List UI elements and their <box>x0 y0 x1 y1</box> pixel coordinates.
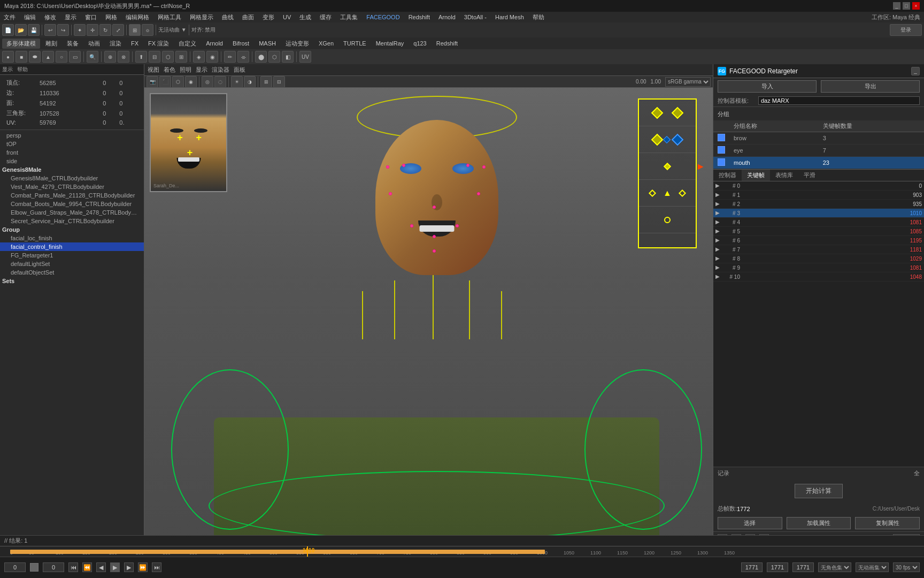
menu-file[interactable]: 文件 <box>2 13 17 21</box>
fcp-brow-right[interactable] <box>672 107 684 119</box>
vp-tab-lighting[interactable]: 照明 <box>180 66 191 74</box>
tl-prev-key[interactable]: ⏪ <box>82 562 92 572</box>
fcp-mid-left[interactable] <box>664 162 671 170</box>
tree-elbow[interactable]: Elbow_Guard_Straps_Male_2478_CTRLBodybui… <box>0 208 144 217</box>
group-row-brow[interactable]: brow 3 <box>713 132 924 144</box>
tl-frame-current[interactable] <box>4 562 26 572</box>
poly-cube[interactable]: ■ <box>16 51 27 63</box>
bridge[interactable]: ⊟ <box>149 51 160 63</box>
vp-wireframe[interactable]: ⬡ <box>172 76 184 88</box>
fcp-mouth-up[interactable]: ▲ <box>663 188 672 198</box>
login-button[interactable]: 登录 <box>890 24 922 36</box>
help-tab[interactable]: 帮助 <box>17 66 28 73</box>
window-controls[interactable]: _ □ × <box>893 2 920 10</box>
menu-3dtall[interactable]: 3DtoAll - <box>463 14 488 20</box>
tab-mentalray[interactable]: MentalRay <box>372 39 409 48</box>
kf-play-10[interactable]: ▶ <box>715 273 722 280</box>
fill-holes[interactable]: ◉ <box>206 51 218 63</box>
vp-smooth[interactable]: ◉ <box>185 76 197 88</box>
kf-play-1[interactable]: ▶ <box>715 192 722 198</box>
tl-frame-range[interactable] <box>43 562 64 572</box>
eye-checkbox[interactable] <box>713 144 729 157</box>
soft-select[interactable]: ⌾ <box>142 24 153 36</box>
vp-tab-display[interactable]: 显示 <box>196 66 207 74</box>
paint-select[interactable]: ✏ <box>224 51 236 63</box>
tab-bifrost[interactable]: Bifrost <box>228 39 253 48</box>
tree-group[interactable]: Group <box>0 225 144 234</box>
tree-facial-ctrl[interactable]: facial_control_finish <box>0 242 144 251</box>
tree-top[interactable]: tOP <box>0 140 144 148</box>
tl-goto-end[interactable]: ⏭ <box>152 562 161 572</box>
ring-select[interactable]: ⊗ <box>118 51 129 63</box>
kf-row-9[interactable]: ▶ # 9 1081 <box>713 263 924 272</box>
kf-row-10[interactable]: ▶ # 10 1048 <box>713 272 924 282</box>
poly-cylinder[interactable]: ⬬ <box>29 51 41 63</box>
select-button[interactable]: 选择 <box>718 517 782 529</box>
sculpt-geom[interactable]: ⌯ <box>237 51 249 63</box>
save-button[interactable]: 💾 <box>28 24 40 36</box>
tab-render[interactable]: 渲染 <box>105 39 126 49</box>
menu-uv[interactable]: UV <box>281 14 292 20</box>
viewport-canvas[interactable]: + + + Sarah_De... <box>144 88 713 546</box>
tl-range-end2[interactable] <box>767 562 788 572</box>
fcp-center[interactable] <box>663 135 671 143</box>
tl-goto-start[interactable]: ⏮ <box>68 562 78 572</box>
tab-polygon[interactable]: 多形体建模 <box>2 39 40 49</box>
vp-tab-panels[interactable]: 面板 <box>234 66 245 74</box>
kf-row-7[interactable]: ▶ # 7 1181 <box>713 245 924 254</box>
vp-grid[interactable]: ⊞ <box>260 76 272 88</box>
poly-cone[interactable]: ▲ <box>42 51 54 63</box>
tab-custom[interactable]: 自定义 <box>174 39 201 49</box>
fcp-mouth-right[interactable] <box>679 189 686 196</box>
tab-xgen[interactable]: XGen <box>314 39 338 48</box>
face-control-panel[interactable]: ► ▲ <box>638 98 697 248</box>
kf-play-8[interactable]: ▶ <box>715 255 722 262</box>
menu-modify[interactable]: 修改 <box>43 13 58 21</box>
smooth[interactable]: ◈ <box>193 51 205 63</box>
vp-isolate[interactable]: ◎ <box>202 76 213 88</box>
close-button[interactable]: × <box>912 2 920 10</box>
tl-anim-set[interactable]: 无动画集 <box>856 562 889 572</box>
import-button[interactable]: 导入 <box>718 80 817 93</box>
menu-deform[interactable]: 变形 <box>261 13 276 21</box>
kf-play-2[interactable]: ▶ <box>715 201 722 207</box>
select-button[interactable]: ✦ <box>74 24 86 36</box>
loop-select[interactable]: ⊕ <box>104 51 116 63</box>
tree-persp[interactable]: persp <box>0 131 144 140</box>
vp-resolution[interactable]: ⬛ <box>159 76 171 88</box>
fcp-mouth-left[interactable] <box>648 189 656 196</box>
menu-mesh-tools[interactable]: 网格工具 <box>156 13 183 21</box>
tree-hair[interactable]: Secret_Service_Hair_CTRLBodybuilder <box>0 217 144 225</box>
tab-fx[interactable]: FX <box>127 39 143 48</box>
menu-window[interactable]: 窗口 <box>83 13 98 21</box>
poly-torus[interactable]: ○ <box>56 51 67 63</box>
brow-checkbox[interactable] <box>713 132 729 144</box>
menu-mesh[interactable]: 网格 <box>104 13 119 21</box>
tree-genesis8male[interactable]: Genesis8Male <box>0 165 144 174</box>
vp-xray[interactable]: ◌ <box>214 76 226 88</box>
bevel[interactable]: ⬡ <box>162 51 174 63</box>
snap-button[interactable]: ⊞ <box>129 24 141 36</box>
extrude[interactable]: ⬆ <box>135 51 147 63</box>
tl-fps[interactable]: 30 fps <box>893 562 920 572</box>
ctrl-tab-keyframe[interactable]: 关键帧 <box>742 170 770 181</box>
tab-arnold[interactable]: Arnold <box>202 39 227 48</box>
group-row-eye[interactable]: eye 7 <box>713 144 924 157</box>
right-panel-minimize[interactable]: _ <box>911 67 920 75</box>
new-button[interactable]: 📄 <box>2 24 14 36</box>
menu-surfaces[interactable]: 曲面 <box>241 13 256 21</box>
vp-tab-renderer[interactable]: 渲染器 <box>212 66 229 74</box>
vp-colorspace[interactable]: sRGB gamma <box>665 77 711 87</box>
tree-facial-loc[interactable]: facial_loc_finish <box>0 234 144 242</box>
rotate-button[interactable]: ↻ <box>99 24 111 36</box>
compute-button[interactable]: 开始计算 <box>795 484 843 498</box>
kf-play-6[interactable]: ▶ <box>715 237 722 244</box>
tab-turtle[interactable]: TURTLE <box>339 39 371 48</box>
ctrl-tab-controller[interactable]: 控制器 <box>713 170 742 181</box>
undo-button[interactable]: ↩ <box>44 24 56 36</box>
tree-sets[interactable]: Sets <box>0 277 144 285</box>
tab-mash[interactable]: MASH <box>255 39 280 48</box>
tl-play[interactable]: ▶ <box>110 562 120 572</box>
tl-char-set[interactable]: 无角色集 <box>818 562 851 572</box>
tree-boots[interactable]: Combat_Boots_Male_9954_CTRLBodybuilder <box>0 200 144 208</box>
